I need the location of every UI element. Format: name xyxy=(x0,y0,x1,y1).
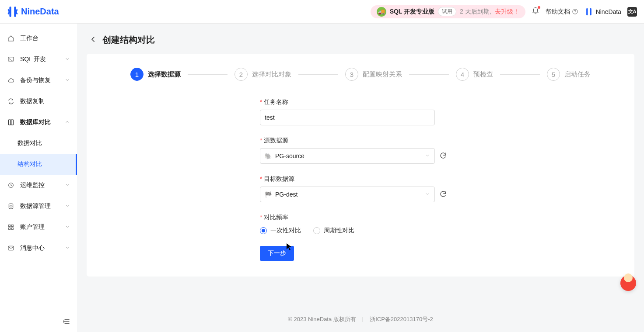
chevron-up-icon xyxy=(65,119,70,126)
next-button[interactable]: 下一步 xyxy=(260,246,294,261)
footer-copyright: © 2023 NineData 版权所有 xyxy=(288,315,356,323)
step-number: 4 xyxy=(456,68,469,81)
user-menu[interactable]: NineData xyxy=(584,7,621,16)
step-5[interactable]: 5 启动任务 xyxy=(547,68,591,81)
radio-dot-icon xyxy=(260,227,267,234)
logo[interactable]: NineData xyxy=(7,6,59,17)
chevron-down-icon xyxy=(65,182,70,189)
svg-rect-3 xyxy=(11,120,14,125)
required-mark: * xyxy=(260,137,262,145)
field-target-ds: *目标数据源 🏁 PG-dest xyxy=(260,175,461,202)
field-task-name: *任务名称 xyxy=(260,98,461,125)
compare-icon xyxy=(7,119,15,126)
promo-banner[interactable]: 🚚 SQL 开发专业版 试用 2 天后到期, 去升级！ xyxy=(371,5,525,18)
notification-bell-icon[interactable] xyxy=(532,7,539,16)
svg-point-5 xyxy=(9,204,13,205)
svg-rect-9 xyxy=(11,228,13,229)
sidebar-item-replication[interactable]: 数据复制 xyxy=(0,91,77,112)
frequency-label: 对比频率 xyxy=(264,214,288,221)
question-circle-icon xyxy=(572,8,578,15)
step-number: 1 xyxy=(130,68,144,81)
support-chat-button[interactable] xyxy=(620,275,636,291)
mail-icon xyxy=(7,245,15,252)
page-footer: © 2023 NineData 版权所有 | 浙ICP备2022013170号-… xyxy=(77,307,644,332)
promo-upgrade[interactable]: 去升级！ xyxy=(495,8,519,16)
help-text: 帮助文档 xyxy=(546,8,570,16)
step-label: 选择对比对象 xyxy=(252,70,291,79)
grid-icon xyxy=(7,224,15,231)
radio-periodic[interactable]: 周期性对比 xyxy=(313,227,354,235)
step-1[interactable]: 1 选择数据源 xyxy=(130,68,181,81)
sidebar-collapse-button[interactable] xyxy=(61,316,72,327)
main-content: 创建结构对比 1 选择数据源 2 选择对比对象 3 配置映射关系 xyxy=(77,24,644,332)
step-separator xyxy=(298,74,338,75)
monitor-icon xyxy=(7,182,15,189)
home-icon xyxy=(7,35,15,42)
app-header: NineData 🚚 SQL 开发专业版 试用 2 天后到期, 去升级！ 帮助文… xyxy=(0,0,644,24)
task-name-label: 任务名称 xyxy=(264,98,288,106)
source-ds-select[interactable]: 🐘 PG-source xyxy=(260,148,435,164)
step-label: 配置映射关系 xyxy=(363,70,402,79)
sidebar-item-data-compare[interactable]: 数据对比 xyxy=(0,133,77,154)
logo-icon xyxy=(7,6,18,17)
truck-icon: 🚚 xyxy=(377,7,386,17)
field-source-ds: *源数据源 🐘 PG-source xyxy=(260,137,461,164)
svg-rect-10 xyxy=(8,246,14,250)
sidebar-label: SQL 开发 xyxy=(20,55,46,63)
task-name-input[interactable] xyxy=(260,110,435,125)
sidebar-label: 数据对比 xyxy=(18,139,42,147)
radio-periodic-label: 周期性对比 xyxy=(324,227,354,235)
sidebar-item-account-manage[interactable]: 账户管理 xyxy=(0,217,77,238)
step-separator xyxy=(188,74,228,75)
language-switcher-icon[interactable]: 文A xyxy=(627,7,637,17)
step-number: 5 xyxy=(547,68,560,81)
source-refresh-button[interactable] xyxy=(439,152,447,161)
trial-badge: 试用 xyxy=(438,7,456,16)
chevron-down-icon xyxy=(425,191,430,198)
sidebar-label: 数据库对比 xyxy=(20,118,51,126)
step-label: 启动任务 xyxy=(564,70,591,79)
chevron-down-icon xyxy=(65,203,70,210)
wizard-steps: 1 选择数据源 2 选择对比对象 3 配置映射关系 4 预检查 xyxy=(130,68,591,81)
cloud-icon xyxy=(7,77,15,84)
user-avatar-icon xyxy=(584,7,593,16)
step-number: 2 xyxy=(234,68,248,81)
sidebar-label: 备份与恢复 xyxy=(20,76,51,84)
sidebar-label: 数据源管理 xyxy=(20,202,51,210)
svg-rect-2 xyxy=(9,120,11,125)
step-4[interactable]: 4 预检查 xyxy=(456,68,493,81)
flag-icon: 🏁 xyxy=(265,191,272,198)
target-ds-label: 目标数据源 xyxy=(264,175,294,183)
target-ds-select[interactable]: 🏁 PG-dest xyxy=(260,187,435,202)
step-3[interactable]: 3 配置映射关系 xyxy=(345,68,402,81)
field-frequency: *对比频率 一次性对比 周期性对比 xyxy=(260,214,461,235)
sidebar-item-ds-manage[interactable]: 数据源管理 xyxy=(0,196,77,217)
sidebar-item-message-center[interactable]: 消息中心 xyxy=(0,238,77,259)
step-separator xyxy=(500,74,540,75)
target-refresh-button[interactable] xyxy=(439,190,447,199)
header-right: 🚚 SQL 开发专业版 试用 2 天后到期, 去升级！ 帮助文档 NineDat… xyxy=(371,5,637,18)
chevron-down-icon xyxy=(425,152,430,159)
sidebar-item-workspace[interactable]: 工作台 xyxy=(0,28,77,49)
postgres-icon: 🐘 xyxy=(265,153,272,159)
sidebar-item-ops-monitor[interactable]: 运维监控 xyxy=(0,175,77,196)
footer-icp[interactable]: 浙ICP备2022013170号-2 xyxy=(370,315,433,323)
sidebar-item-struct-compare[interactable]: 结构对比 xyxy=(0,154,77,175)
sidebar-item-backup[interactable]: 备份与恢复 xyxy=(0,70,77,91)
sidebar-label: 消息中心 xyxy=(20,244,45,252)
sidebar-item-sql-dev[interactable]: SQL 开发 xyxy=(0,49,77,70)
back-button[interactable] xyxy=(89,35,97,45)
user-name: NineData xyxy=(596,8,621,15)
required-mark: * xyxy=(260,175,262,183)
source-ds-value: PG-source xyxy=(275,152,304,159)
step-2[interactable]: 2 选择对比对象 xyxy=(234,68,291,81)
help-link[interactable]: 帮助文档 xyxy=(546,8,578,16)
sidebar-label: 账户管理 xyxy=(20,223,45,231)
sidebar-item-db-compare[interactable]: 数据库对比 xyxy=(0,112,77,133)
step-separator xyxy=(409,74,449,75)
wizard-form: *任务名称 *源数据源 🐘 PG-source *目 xyxy=(260,98,461,261)
chevron-down-icon xyxy=(65,224,70,231)
svg-rect-1 xyxy=(8,57,14,61)
promo-product: SQL 开发专业版 xyxy=(390,8,434,16)
radio-once[interactable]: 一次性对比 xyxy=(260,227,301,235)
